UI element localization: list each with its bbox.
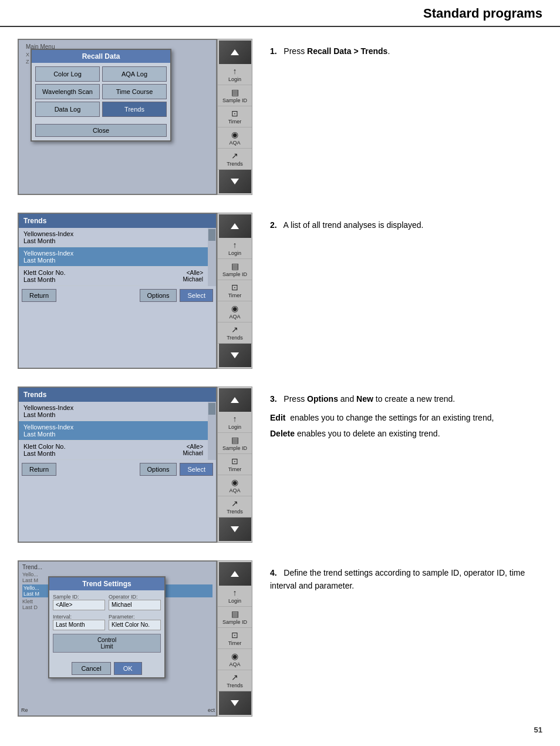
step3-timer-icon: ⊡ (231, 456, 238, 466)
trends-item-3[interactable]: Klett Color No. Last Month <Alle>Michael (19, 267, 208, 286)
step4-number: 4. (270, 568, 277, 577)
settings-cancel-button[interactable]: Cancel (72, 662, 110, 675)
step3-scroll-down[interactable] (219, 518, 251, 541)
trends-item-3-text: Klett Color No. Last Month (23, 269, 66, 283)
recall-wavelength-scan[interactable]: Wavelength Scan (35, 84, 100, 99)
recall-aqa-log[interactable]: AQA Log (102, 66, 167, 82)
trends-item-1[interactable]: Yellowness-Index Last Month (19, 228, 208, 247)
recall-trends[interactable]: Trends (102, 102, 167, 117)
step3-trends-label: Trends (227, 509, 243, 515)
step3-item-3[interactable]: Klett Color No. Last Month <Alle>Michael (19, 441, 208, 460)
step1-row: Main Menu X Z Recall Data Color Log AQA … (18, 39, 542, 195)
step2-options-button[interactable]: Options (140, 289, 177, 302)
trends-item-2[interactable]: Yellowness-Index Last Month (19, 247, 208, 267)
step2-timer-label: Timer (228, 293, 242, 298)
step4-text: Define the trend settings according to s… (270, 568, 525, 590)
step2-row: Trends Yellowness-Index Last Month Yello… (18, 213, 542, 369)
step3-sample-id-icon: ▤ (231, 435, 239, 445)
step2-return-button[interactable]: Return (22, 289, 56, 302)
step3-scrollbar[interactable] (208, 402, 216, 460)
step2-timer-item[interactable]: ⊡ Timer (218, 280, 252, 301)
recall-color-log[interactable]: Color Log (35, 66, 100, 82)
trends-icon: ↗ (231, 151, 238, 160)
parameter-field-value[interactable]: Klett Color No. (109, 620, 161, 630)
step2-login-item[interactable]: ↑ Login (218, 238, 252, 259)
step2-trends-icon: ↗ (231, 325, 238, 334)
svg-marker-7 (231, 700, 239, 706)
login-icon-item[interactable]: ↑ Login (218, 64, 252, 85)
step1-instruction: 1. Press Recall Data > Trends. (270, 39, 542, 58)
step4-aqa-item[interactable]: ◉ AQA (218, 649, 252, 670)
step3-item-2[interactable]: Yellowness-Index Last Month (19, 421, 208, 441)
recall-data-log[interactable]: Data Log (35, 102, 100, 117)
operator-id-field-value[interactable]: Michael (109, 600, 161, 610)
settings-ok-button[interactable]: OK (114, 662, 142, 675)
step3-sample-id-item[interactable]: ▤ Sample ID (218, 433, 252, 454)
step2-login-icon: ↑ (233, 240, 237, 250)
step3-login-item[interactable]: ↑ Login (218, 412, 252, 433)
step3-instruction: 3. Press Options and New to create a new… (270, 387, 542, 440)
step3-aqa-item[interactable]: ◉ AQA (218, 475, 252, 496)
interval-field-value[interactable]: Last Month (53, 620, 105, 630)
svg-marker-4 (231, 397, 239, 403)
step3-number: 3. (270, 394, 277, 404)
step3-item-3-text: Klett Color No. Last Month (23, 443, 66, 457)
step3-timer-item[interactable]: ⊡ Timer (218, 454, 252, 475)
step3-options-button[interactable]: Options (140, 463, 177, 476)
step2-scroll-down[interactable] (219, 344, 251, 367)
sample-id-field-value[interactable]: <Alle> (53, 600, 105, 610)
step4-scroll-up[interactable] (219, 562, 251, 586)
operator-id-field: Operator ID: Michael (109, 594, 161, 610)
step2-select-button[interactable]: Select (180, 289, 213, 302)
step3-footer: Return Options Select (19, 460, 216, 479)
step2-trends-header: Trends (19, 214, 216, 228)
page-title: Standard programs (18, 6, 542, 21)
step2-sample-id-label: Sample ID (222, 271, 247, 277)
scroll-down-button[interactable] (219, 170, 251, 193)
recall-close-button[interactable]: Close (35, 124, 167, 137)
login-label: Login (228, 76, 241, 82)
step2-scroll-up[interactable] (219, 214, 251, 238)
svg-marker-6 (231, 571, 239, 577)
step4-trends-item[interactable]: ↗ Trends (218, 670, 252, 691)
step3-side-icons: ↑ Login ▤ Sample ID ⊡ Timer ◉ AQA (218, 412, 252, 518)
step2-sample-id-item[interactable]: ▤ Sample ID (218, 259, 252, 280)
step3-select-button[interactable]: Select (180, 463, 213, 476)
scroll-up-button[interactable] (219, 41, 251, 64)
recall-time-course[interactable]: Time Course (102, 84, 167, 99)
step3-aqa-label: AQA (229, 488, 240, 493)
step2-aqa-item[interactable]: ◉ AQA (218, 301, 252, 322)
step4-login-item[interactable]: ↑ Login (218, 586, 252, 607)
step2-trends-list-row: Yellowness-Index Last Month Yellowness-I… (19, 228, 216, 286)
step3-item-1-text: Yellowness-Index Last Month (23, 404, 73, 418)
settings-dialog-title: Trend Settings (49, 577, 164, 590)
step3-return-button[interactable]: Return (22, 463, 56, 476)
trends-icon-item[interactable]: ↗ Trends (218, 149, 252, 170)
step4-instruction: 4. Define the trend settings according t… (270, 560, 542, 593)
step4-timer-icon: ⊡ (231, 630, 238, 640)
step4-device: Trend... Yello...Last M Yello...Last M K… (18, 560, 217, 717)
sample-id-icon-item[interactable]: ▤ Sample ID (218, 85, 252, 106)
step4-timer-label: Timer (228, 640, 242, 646)
aqa-icon-item[interactable]: ◉ AQA (218, 127, 252, 149)
step3-scroll-up[interactable] (219, 388, 251, 412)
aqa-icon: ◉ (231, 130, 238, 139)
timer-icon-item[interactable]: ⊡ Timer (218, 106, 252, 127)
step3-item-1[interactable]: Yellowness-Index Last Month (19, 402, 208, 421)
step4-sample-id-item[interactable]: ▤ Sample ID (218, 607, 252, 628)
step4-scroll-down[interactable] (219, 691, 251, 715)
sample-id-field: Sample ID: <Alle> (53, 594, 105, 610)
step2-scrollbar[interactable] (208, 228, 216, 286)
step3-trends-item[interactable]: ↗ Trends (218, 496, 252, 518)
interval-field-label: Interval: (53, 614, 105, 620)
step3-row: Trends Yellowness-Index Last Month Yello… (18, 387, 542, 543)
step4-login-icon: ↑ (233, 588, 237, 597)
step4-timer-item[interactable]: ⊡ Timer (218, 628, 252, 649)
step3-device: Trends Yellowness-Index Last Month Yello… (18, 387, 217, 543)
side-icons: ↑ Login ▤ Sample ID ⊡ Timer ◉ AQA (218, 64, 252, 170)
step3-scroll-thumb (208, 403, 215, 415)
step2-trends-item[interactable]: ↗ Trends (218, 322, 252, 344)
timer-icon: ⊡ (231, 109, 238, 118)
control-limit-button[interactable]: ControlLimit (53, 634, 161, 653)
step4-row: Trend... Yello...Last M Yello...Last M K… (18, 560, 542, 717)
